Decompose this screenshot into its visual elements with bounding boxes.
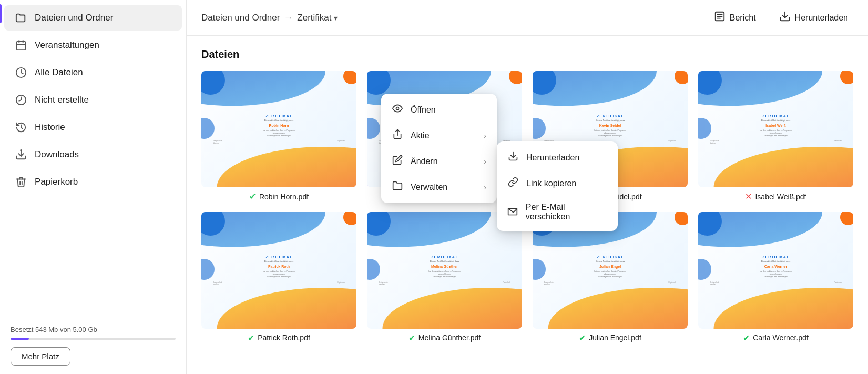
chevron-down-icon[interactable]: ▾ [334, 14, 338, 22]
breadcrumb-root[interactable]: Dateien und Ordner [201, 13, 280, 23]
storage-bar-bg [11, 338, 176, 340]
trash-icon [15, 176, 27, 188]
context-menu-label-aendern: Ändern [411, 157, 438, 166]
eye-icon [392, 103, 403, 116]
context-menu-label-oeffnen: Öffnen [411, 105, 436, 115]
context-menu-label-aktie: Aktie [411, 131, 430, 140]
topbar: Dateien und Ordner → Zertifikat ▾ Berich… [187, 0, 868, 36]
sidebar-label-nicht-erstellte: Nicht erstellte [35, 95, 89, 105]
context-submenu-item-email[interactable]: Per E-Mail verschicken [497, 196, 618, 228]
context-submenu-item-herunterladen[interactable]: Herunterladen [497, 145, 618, 170]
breadcrumb: Dateien und Ordner → Zertifikat ▾ [201, 13, 338, 23]
context-submenu: Herunterladen Link kopieren [497, 141, 618, 231]
context-menu-item-aendern[interactable]: Ändern › [381, 148, 497, 174]
sidebar: Dateien und Ordner Veranstaltungen [0, 0, 187, 374]
svg-point-8 [20, 149, 22, 151]
download2-icon [507, 151, 519, 164]
sidebar-item-historie[interactable]: Historie [4, 115, 182, 140]
edit-icon [392, 155, 403, 168]
storage-text: Besetzt 543 Mb von 5.00 Gb [11, 326, 176, 333]
calendar-icon [15, 39, 27, 52]
email-icon [507, 206, 518, 219]
sidebar-item-dateien-ordner[interactable]: Dateien und Ordner [4, 5, 182, 31]
context-menu-overlay: Öffnen Aktie › [187, 36, 868, 374]
submenu-label-link-kopieren: Link kopieren [526, 179, 576, 188]
breadcrumb-current-label: Zertifikat [297, 13, 331, 23]
herunterladen-icon [779, 11, 791, 25]
herunterladen-label: Herunterladen [795, 13, 848, 23]
sidebar-item-veranstaltungen[interactable]: Veranstaltungen [4, 33, 182, 58]
herunterladen-button[interactable]: Herunterladen [774, 7, 853, 28]
context-menu: Öffnen Aktie › [381, 94, 497, 203]
chevron-right-icon: › [484, 132, 486, 140]
submenu-label-herunterladen: Herunterladen [526, 153, 579, 163]
chevron-right-icon2: › [484, 157, 486, 166]
clock-icon [15, 66, 27, 79]
content-area: Dateien ZERTIFIKAT Dieses Zertifikat bes… [187, 36, 868, 374]
sidebar-item-downloads[interactable]: Downloads [4, 142, 182, 167]
sidebar-item-nicht-erstellte[interactable]: Nicht erstellte [4, 87, 182, 113]
history-icon [15, 121, 27, 134]
context-menu-item-oeffnen[interactable]: Öffnen [381, 97, 497, 123]
context-menu-item-aktie[interactable]: Aktie › Herunterlade [381, 123, 497, 148]
sidebar-label-alle-dateien: Alle Dateien [35, 67, 83, 78]
sidebar-label-papierkorb: Papierkorb [35, 177, 78, 187]
main-content: Dateien und Ordner → Zertifikat ▾ Berich… [187, 0, 868, 374]
sidebar-label-downloads: Downloads [35, 149, 79, 160]
circle-clock-icon [15, 94, 27, 106]
folder2-icon [392, 180, 403, 194]
svg-point-14 [396, 107, 399, 110]
breadcrumb-current: Zertifikat ▾ [297, 13, 337, 23]
submenu-label-email: Per E-Mail verschicken [526, 203, 607, 221]
chevron-right-icon3: › [484, 183, 486, 191]
folder-icon [15, 12, 27, 24]
sidebar-label-historie: Historie [35, 122, 65, 133]
context-submenu-item-link-kopieren[interactable]: Link kopieren [497, 170, 618, 196]
svg-rect-0 [17, 42, 26, 50]
sidebar-label-veranstaltungen: Veranstaltungen [35, 40, 99, 50]
context-menu-label-verwalten: Verwalten [411, 183, 447, 192]
context-menu-item-verwalten[interactable]: Verwalten › [381, 174, 497, 200]
mehr-platz-button[interactable]: Mehr Platz [11, 347, 70, 366]
storage-bar-fill [11, 338, 29, 340]
sidebar-label-dateien-ordner: Dateien und Ordner [35, 13, 113, 23]
bericht-label: Bericht [730, 13, 756, 23]
link-icon [507, 177, 519, 190]
bericht-icon [714, 11, 726, 25]
storage-section: Besetzt 543 Mb von 5.00 Gb Mehr Platz [11, 326, 176, 366]
breadcrumb-arrow-icon: → [284, 13, 293, 23]
share-icon [392, 129, 403, 142]
sidebar-item-papierkorb[interactable]: Papierkorb [4, 169, 182, 195]
download-icon [15, 148, 27, 161]
topbar-actions: Bericht Herunterladen [709, 7, 853, 28]
bericht-button[interactable]: Bericht [709, 7, 761, 28]
sidebar-item-alle-dateien[interactable]: Alle Dateien [4, 60, 182, 85]
